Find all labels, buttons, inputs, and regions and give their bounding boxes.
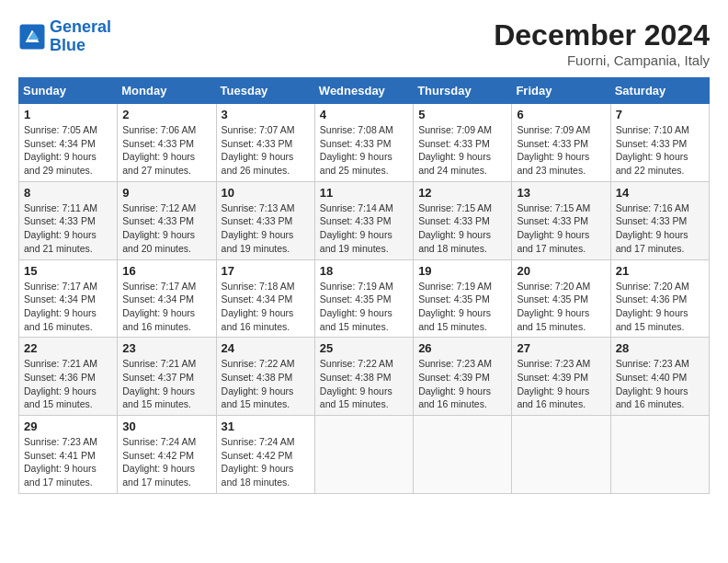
day-number: 12	[418, 186, 506, 200]
day-info: Sunrise: 7:23 AMSunset: 4:39 PMDaylight:…	[517, 357, 605, 411]
calendar-cell: 22Sunrise: 7:21 AMSunset: 4:36 PMDayligh…	[19, 338, 118, 416]
day-info: Sunrise: 7:19 AMSunset: 4:35 PMDaylight:…	[418, 280, 506, 334]
day-number: 16	[122, 264, 210, 278]
day-info: Sunrise: 7:15 AMSunset: 4:33 PMDaylight:…	[517, 201, 605, 256]
calendar-cell: 31Sunrise: 7:24 AMSunset: 4:42 PMDayligh…	[216, 416, 314, 494]
day-number: 18	[320, 264, 408, 278]
calendar-cell: 2Sunrise: 7:06 AMSunset: 4:33 PMDaylight…	[118, 104, 216, 182]
day-info: Sunrise: 7:22 AMSunset: 4:38 PMDaylight:…	[222, 357, 310, 411]
calendar-cell: 20Sunrise: 7:20 AMSunset: 4:35 PMDayligh…	[512, 259, 610, 338]
day-info: Sunrise: 7:17 AMSunset: 4:34 PMDaylight:…	[24, 280, 112, 334]
page-header: General Blue December 2024 Fuorni, Campa…	[18, 18, 710, 68]
calendar-cell: 16Sunrise: 7:17 AMSunset: 4:34 PMDayligh…	[118, 259, 216, 338]
calendar-cell: 7Sunrise: 7:10 AMSunset: 4:33 PMDaylight…	[610, 104, 709, 182]
calendar-table: SundayMondayTuesdayWednesdayThursdayFrid…	[18, 77, 710, 494]
day-number: 25	[320, 341, 408, 355]
calendar-cell: 23Sunrise: 7:21 AMSunset: 4:37 PMDayligh…	[118, 338, 216, 416]
day-info: Sunrise: 7:16 AMSunset: 4:33 PMDaylight:…	[616, 201, 704, 256]
calendar-cell	[610, 416, 709, 494]
weekday-header-friday: Friday	[512, 78, 610, 104]
day-number: 7	[616, 108, 704, 121]
calendar-cell: 9Sunrise: 7:12 AMSunset: 4:33 PMDaylight…	[118, 181, 216, 259]
day-info: Sunrise: 7:23 AMSunset: 4:39 PMDaylight:…	[418, 357, 506, 411]
day-number: 19	[418, 264, 506, 278]
day-info: Sunrise: 7:08 AMSunset: 4:33 PMDaylight:…	[320, 123, 408, 178]
calendar-week-row: 8Sunrise: 7:11 AMSunset: 4:33 PMDaylight…	[19, 181, 710, 259]
calendar-cell: 19Sunrise: 7:19 AMSunset: 4:35 PMDayligh…	[414, 259, 512, 338]
weekday-header-tuesday: Tuesday	[216, 78, 314, 104]
day-number: 20	[517, 264, 605, 278]
calendar-cell: 24Sunrise: 7:22 AMSunset: 4:38 PMDayligh…	[216, 338, 314, 416]
calendar-cell: 25Sunrise: 7:22 AMSunset: 4:38 PMDayligh…	[314, 338, 413, 416]
day-info: Sunrise: 7:18 AMSunset: 4:34 PMDaylight:…	[222, 280, 310, 334]
day-number: 4	[320, 108, 408, 121]
day-info: Sunrise: 7:20 AMSunset: 4:35 PMDaylight:…	[517, 280, 605, 334]
day-number: 2	[122, 108, 210, 121]
calendar-cell: 30Sunrise: 7:24 AMSunset: 4:42 PMDayligh…	[118, 416, 216, 494]
calendar-cell: 29Sunrise: 7:23 AMSunset: 4:41 PMDayligh…	[19, 416, 118, 494]
day-number: 10	[222, 186, 310, 200]
day-number: 13	[517, 186, 605, 200]
calendar-cell	[414, 416, 512, 494]
day-number: 22	[24, 341, 112, 355]
day-number: 24	[222, 341, 310, 355]
day-info: Sunrise: 7:22 AMSunset: 4:38 PMDaylight:…	[320, 357, 408, 411]
calendar-cell: 17Sunrise: 7:18 AMSunset: 4:34 PMDayligh…	[216, 259, 314, 338]
calendar-cell: 4Sunrise: 7:08 AMSunset: 4:33 PMDaylight…	[314, 104, 413, 182]
calendar-cell: 21Sunrise: 7:20 AMSunset: 4:36 PMDayligh…	[610, 259, 709, 338]
day-info: Sunrise: 7:09 AMSunset: 4:33 PMDaylight:…	[517, 123, 605, 178]
day-info: Sunrise: 7:23 AMSunset: 4:40 PMDaylight:…	[616, 357, 704, 411]
day-info: Sunrise: 7:21 AMSunset: 4:37 PMDaylight:…	[122, 357, 210, 411]
logo-icon	[18, 23, 46, 51]
calendar-week-row: 22Sunrise: 7:21 AMSunset: 4:36 PMDayligh…	[19, 338, 710, 416]
day-number: 31	[222, 419, 310, 433]
calendar-cell: 8Sunrise: 7:11 AMSunset: 4:33 PMDaylight…	[19, 181, 118, 259]
day-info: Sunrise: 7:19 AMSunset: 4:35 PMDaylight:…	[320, 280, 408, 334]
calendar-cell: 26Sunrise: 7:23 AMSunset: 4:39 PMDayligh…	[414, 338, 512, 416]
calendar-cell: 10Sunrise: 7:13 AMSunset: 4:33 PMDayligh…	[216, 181, 314, 259]
calendar-cell: 15Sunrise: 7:17 AMSunset: 4:34 PMDayligh…	[19, 259, 118, 338]
day-number: 6	[517, 108, 605, 121]
calendar-cell	[512, 416, 610, 494]
day-info: Sunrise: 7:07 AMSunset: 4:33 PMDaylight:…	[222, 123, 310, 178]
weekday-header-monday: Monday	[118, 78, 216, 104]
title-block: December 2024 Fuorni, Campania, Italy	[494, 18, 710, 68]
day-info: Sunrise: 7:05 AMSunset: 4:34 PMDaylight:…	[24, 123, 112, 178]
day-info: Sunrise: 7:10 AMSunset: 4:33 PMDaylight:…	[616, 123, 704, 178]
calendar-cell: 28Sunrise: 7:23 AMSunset: 4:40 PMDayligh…	[610, 338, 709, 416]
location-subtitle: Fuorni, Campania, Italy	[494, 52, 710, 68]
calendar-cell: 11Sunrise: 7:14 AMSunset: 4:33 PMDayligh…	[314, 181, 413, 259]
calendar-cell: 18Sunrise: 7:19 AMSunset: 4:35 PMDayligh…	[314, 259, 413, 338]
calendar-cell: 27Sunrise: 7:23 AMSunset: 4:39 PMDayligh…	[512, 338, 610, 416]
day-number: 17	[222, 264, 310, 278]
day-number: 5	[418, 108, 506, 121]
day-number: 23	[122, 341, 210, 355]
day-number: 26	[418, 341, 506, 355]
day-info: Sunrise: 7:24 AMSunset: 4:42 PMDaylight:…	[122, 435, 210, 489]
calendar-cell: 5Sunrise: 7:09 AMSunset: 4:33 PMDaylight…	[414, 104, 512, 182]
day-number: 21	[616, 264, 704, 278]
calendar-cell	[314, 416, 413, 494]
day-info: Sunrise: 7:23 AMSunset: 4:41 PMDaylight:…	[24, 435, 112, 489]
month-year-title: December 2024	[494, 18, 710, 52]
day-info: Sunrise: 7:14 AMSunset: 4:33 PMDaylight:…	[320, 201, 408, 256]
day-number: 30	[122, 419, 210, 433]
day-info: Sunrise: 7:13 AMSunset: 4:33 PMDaylight:…	[222, 201, 310, 256]
day-info: Sunrise: 7:20 AMSunset: 4:36 PMDaylight:…	[616, 280, 704, 334]
weekday-header-saturday: Saturday	[610, 78, 709, 104]
logo-blue: Blue	[50, 36, 85, 54]
logo-general: General	[50, 17, 111, 36]
logo: General Blue	[18, 18, 111, 55]
calendar-cell: 13Sunrise: 7:15 AMSunset: 4:33 PMDayligh…	[512, 181, 610, 259]
calendar-cell: 6Sunrise: 7:09 AMSunset: 4:33 PMDaylight…	[512, 104, 610, 182]
calendar-week-row: 29Sunrise: 7:23 AMSunset: 4:41 PMDayligh…	[19, 416, 710, 494]
day-number: 8	[24, 186, 112, 200]
day-info: Sunrise: 7:12 AMSunset: 4:33 PMDaylight:…	[122, 201, 210, 256]
day-number: 29	[24, 419, 112, 433]
day-number: 14	[616, 186, 704, 200]
calendar-week-row: 15Sunrise: 7:17 AMSunset: 4:34 PMDayligh…	[19, 259, 710, 338]
weekday-header-row: SundayMondayTuesdayWednesdayThursdayFrid…	[19, 78, 710, 104]
day-info: Sunrise: 7:09 AMSunset: 4:33 PMDaylight:…	[418, 123, 506, 178]
day-number: 9	[122, 186, 210, 200]
day-number: 27	[517, 341, 605, 355]
